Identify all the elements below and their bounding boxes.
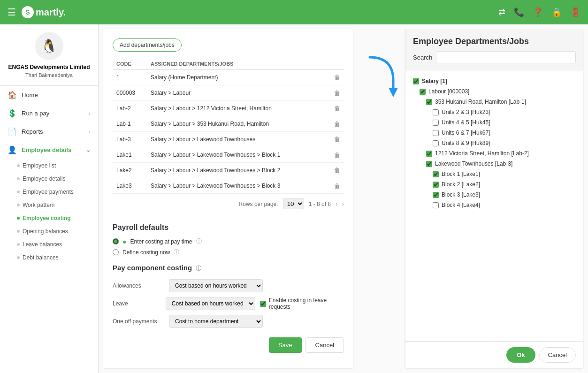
sidebar-item-employee-details[interactable]: 👤 Employee details ⌄ <box>0 141 98 159</box>
dot-icon-8 <box>17 256 20 259</box>
tree-item-label: Units 8 & 9 [Huk89] <box>442 140 490 146</box>
tree-checkbox[interactable] <box>420 89 426 95</box>
rows-per-page-label: Rows per page: <box>239 201 278 207</box>
profile-company: ENGAS Developments Limited <box>8 64 90 70</box>
row-code: Lake2 <box>113 163 147 178</box>
delete-row-icon[interactable]: 🗑 <box>334 74 340 81</box>
tree-checkbox[interactable] <box>433 140 439 146</box>
one-off-label: One off payments <box>113 318 164 325</box>
tree-item[interactable]: Units 8 & 9 [Huk89] <box>405 138 583 148</box>
tree-checkbox[interactable] <box>433 182 439 188</box>
tree-item-label: 1212 Victoria Street, Hamilton [Lab-2] <box>435 150 529 157</box>
tree-checkbox[interactable] <box>426 99 432 105</box>
delete-row-icon[interactable]: 🗑 <box>334 105 340 112</box>
help-icon[interactable]: ❓ <box>533 7 543 17</box>
delete-row-icon[interactable]: 🗑 <box>334 136 340 143</box>
row-code: 000003 <box>113 85 147 101</box>
sidebar-sub-leave-balances[interactable]: Leave balances <box>0 238 98 251</box>
sidebar-sub-work-pattern[interactable]: Work pattern <box>0 198 98 212</box>
sidebar-sub-employee-payments[interactable]: Employee payments <box>0 185 98 198</box>
sidebar-item-reports[interactable]: 📄 Reports › <box>0 122 98 141</box>
radio-enter-costing[interactable] <box>113 238 119 244</box>
option-enter-costing[interactable]: ● Enter costing at pay time ⓘ <box>113 237 344 245</box>
prev-page-icon[interactable]: ‹ <box>336 201 337 207</box>
tree-item[interactable]: Units 2 & 3 [Huk23] <box>405 107 583 117</box>
tree-item[interactable]: 1212 Victoria Street, Hamilton [Lab-2] <box>405 148 583 159</box>
sidebar-item-run-a-pay[interactable]: 💲 Run a pay › <box>0 104 98 122</box>
rows-per-page-select[interactable]: 10 20 50 <box>283 198 304 209</box>
tree-item[interactable]: 353 Hukanui Road, Hamilton [Lab-1] <box>405 97 583 107</box>
tree-item-label: Block 4 [Lake4] <box>442 202 480 208</box>
pay-component-title: Pay component costing ⓘ <box>113 264 344 273</box>
tree-item[interactable]: Labour [000003] <box>405 86 583 97</box>
search-row: Search <box>413 51 576 63</box>
delete-row-icon[interactable]: 🗑 <box>334 120 340 128</box>
sub-work-pattern-label: Work pattern <box>23 202 54 208</box>
sidebar-sub-employee-details[interactable]: Employee details <box>0 172 98 185</box>
cancel-ok-button[interactable]: Cancel <box>539 347 576 363</box>
tree-item[interactable]: Salary [1] <box>405 76 583 86</box>
tree-checkbox[interactable] <box>433 120 439 126</box>
tree-checkbox[interactable] <box>433 192 439 198</box>
tree-item-label: Block 1 [Lake1] <box>442 171 480 177</box>
lock-icon[interactable]: 🔒 <box>551 7 562 17</box>
sidebar-sub-debt-balances[interactable]: Debt balances <box>0 251 98 264</box>
sidebar-sub-employee-costing[interactable]: Employee costing <box>0 212 98 225</box>
tree-checkbox[interactable] <box>426 161 432 167</box>
tree-checkbox[interactable] <box>413 78 419 84</box>
tree-item[interactable]: Units 4 & 5 [Huk45] <box>405 117 583 128</box>
row-code: Lab-1 <box>113 116 147 132</box>
transfer-icon[interactable]: ⇄ <box>498 7 505 17</box>
row-assigned: Salary > Labour <box>147 85 326 101</box>
save-button[interactable]: Save <box>269 337 302 353</box>
delete-row-icon[interactable]: 🗑 <box>334 167 340 174</box>
search-input[interactable] <box>436 51 576 63</box>
cancel-button[interactable]: Cancel <box>305 337 344 353</box>
radio-define-costing[interactable] <box>113 249 119 255</box>
enable-costing-label[interactable]: Enable costing in leave requests <box>260 297 344 310</box>
next-page-icon[interactable]: › <box>342 201 344 207</box>
leave-select[interactable]: Cost based on hours worked Cost to home … <box>166 297 255 310</box>
tree-checkbox[interactable] <box>433 171 439 177</box>
sidebar-item-home[interactable]: 🏠 Home <box>0 86 98 104</box>
tree-checkbox[interactable] <box>433 202 439 208</box>
phone-icon[interactable]: 📞 <box>514 7 524 17</box>
add-departments-button[interactable]: Add departments/jobs <box>113 38 182 52</box>
tree-item[interactable]: Block 1 [Lake1] <box>405 169 583 179</box>
tree-item[interactable]: Units 6 & 7 [Huk67] <box>405 128 583 138</box>
tree-item-label: Salary [1] <box>422 78 447 84</box>
option-define-costing[interactable]: Define costing now ⓘ <box>113 248 344 256</box>
main-panel: Add departments/jobs CODE ASSIGNED DEPAR… <box>103 29 353 368</box>
row-code: Lake1 <box>113 147 147 163</box>
delete-row-icon[interactable]: 🗑 <box>334 182 340 190</box>
logout-icon[interactable]: 🚪 <box>570 7 580 17</box>
menu-icon[interactable]: ☰ <box>8 7 16 18</box>
sidebar-sub-employee-list[interactable]: Employee list <box>0 159 98 172</box>
payroll-defaults-title: Payroll defaults <box>113 223 344 232</box>
arrow-area <box>358 24 405 373</box>
tree-item[interactable]: Lakewood Townhouses [Lab-3] <box>405 159 583 169</box>
tree-item[interactable]: Block 2 [Lake2] <box>405 179 583 190</box>
row-code: Lab-3 <box>113 132 147 147</box>
option1-label: Enter costing at pay time <box>130 238 192 245</box>
allowances-row: Allowances Cost based on hours worked Co… <box>113 279 344 292</box>
row-assigned: Salary > Labour > 353 Hukanui Road, Hami… <box>147 116 326 132</box>
sub-employee-costing-label: Employee costing <box>23 215 71 221</box>
ok-button[interactable]: Ok <box>506 347 535 363</box>
tree-item[interactable]: Block 4 [Lake4] <box>405 200 583 210</box>
enable-costing-checkbox[interactable] <box>260 301 266 307</box>
table-row: Lake3 Salary > Labour > Lakewood Townhou… <box>113 178 344 194</box>
tree-checkbox[interactable] <box>433 130 439 136</box>
sidebar-sub-opening-balances[interactable]: Opening balances <box>0 225 98 238</box>
delete-row-icon[interactable]: 🗑 <box>334 151 340 159</box>
info-icon-3: ⓘ <box>196 265 201 272</box>
tree-item[interactable]: Block 3 [Lake3] <box>405 190 583 200</box>
right-panel: Employee Departments/Jobs Search Salary … <box>405 29 583 368</box>
delete-row-icon[interactable]: 🗑 <box>334 89 340 97</box>
tree-checkbox[interactable] <box>426 151 432 157</box>
run-pay-icon: 💲 <box>8 109 17 118</box>
tree-checkbox[interactable] <box>433 109 439 115</box>
one-off-select[interactable]: Cost to home department Cost based on ho… <box>169 315 263 328</box>
tree-item-label: 353 Hukanui Road, Hamilton [Lab-1] <box>435 99 526 105</box>
allowances-select[interactable]: Cost based on hours worked Cost to home … <box>169 279 263 292</box>
